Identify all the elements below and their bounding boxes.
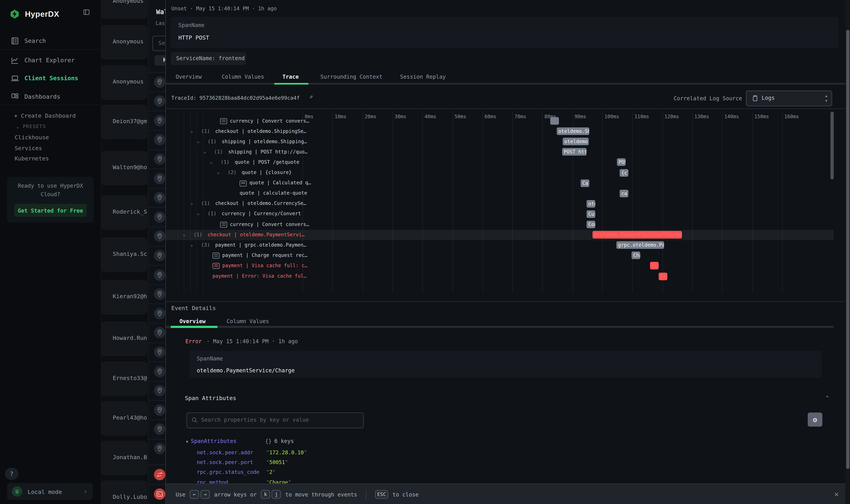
session-card[interactable]: Jonathan.B — [101, 441, 147, 475]
trace-span-bar[interactable]: oteldemo.ShippingService/GetQuote — [557, 127, 589, 135]
trace-span-bar[interactable]: oteldemo.CurrencyService/Convert — [587, 200, 595, 208]
location-pin-icon[interactable] — [154, 153, 165, 165]
session-card[interactable]: Dolly.Lubo — [101, 480, 147, 504]
tab-column-values[interactable]: Column Values — [222, 74, 264, 80]
event-details-tab-overview[interactable]: Overview — [179, 318, 205, 324]
create-dashboard-button[interactable]: + Create Dashboard — [14, 112, 76, 119]
trace-span-bar[interactable] — [550, 117, 559, 125]
trace-row[interactable]: ⌄(1)checkout | oteldemo.PaymentServi…ote… — [166, 230, 834, 240]
sidebar-item-search[interactable]: Search — [0, 33, 101, 49]
terminal-icon[interactable] — [154, 488, 165, 500]
location-pin-icon[interactable] — [154, 250, 165, 261]
location-pin-icon[interactable] — [154, 134, 165, 145]
chevron-down-icon[interactable]: ⌄ — [197, 138, 200, 144]
trace-row[interactable]: ⌄(2)quote | {closure}{closure} — [166, 167, 834, 178]
location-pin-icon[interactable] — [154, 385, 165, 396]
session-card[interactable]: Anonymous — [101, 65, 147, 100]
chevron-down-icon[interactable]: ⌄ — [217, 169, 220, 175]
tab-surrounding-context[interactable]: Surrounding Context — [320, 74, 382, 80]
location-pin-icon[interactable] — [154, 192, 165, 203]
session-card[interactable]: Anonymous — [101, 0, 147, 19]
trace-row[interactable]: payment | Visa cache full: c…Visa cache … — [166, 261, 834, 271]
location-pin-icon[interactable] — [154, 269, 165, 281]
trace-row[interactable]: payment | Charge request rec…Charge requ… — [166, 250, 834, 260]
preset-kubernetes[interactable]: Kubernetes — [15, 155, 49, 161]
location-pin-icon[interactable] — [154, 211, 165, 222]
chevron-down-icon[interactable]: ⌄ — [190, 200, 193, 205]
trace-span-bar[interactable]: oteldemo.PaymentService/Charge — [592, 231, 682, 238]
collapse-section-icon[interactable]: ⌃ — [826, 395, 829, 400]
chevron-down-icon[interactable]: ⌄ — [210, 159, 213, 164]
trace-row[interactable]: ⌄(1)checkout | oteldemo.ShippingSe…oteld… — [166, 126, 834, 137]
trace-span-bar[interactable]: Calculated quote — [581, 179, 590, 187]
location-pin-icon[interactable] — [154, 404, 165, 416]
trace-row[interactable]: ⌄(1)currency | Currency/ConvertCurrency/… — [166, 209, 834, 219]
location-pin-icon[interactable] — [154, 231, 165, 242]
trace-span-bar[interactable]: {closure} — [620, 169, 628, 177]
trace-row[interactable]: ⌄(1)shipping | oteldemo.Shipping…oteldem… — [166, 137, 834, 147]
trace-row[interactable]: quote | calculate-quotecalculate-quote — [166, 188, 834, 198]
attribute-value[interactable]: "50051" — [266, 459, 288, 465]
log-source-select[interactable]: Logs ▲▼ — [746, 91, 832, 106]
attribute-key[interactable]: net.sock.peer.port — [197, 459, 253, 465]
trace-span-bar[interactable]: grpc.oteldemo.PaymentService/Charge — [616, 241, 664, 249]
trace-row[interactable]: payment | Error: Visa cache ful…Error: V… — [166, 271, 834, 281]
get-started-button[interactable]: Get Started for Free — [14, 204, 87, 217]
session-card[interactable]: Deion37@gm — [101, 105, 147, 139]
session-card[interactable]: Walton9@ho — [101, 151, 147, 185]
session-card[interactable]: Anonymous — [101, 25, 147, 60]
swap-arrows-icon[interactable] — [154, 469, 165, 480]
location-pin-icon[interactable] — [154, 76, 165, 88]
trace-row[interactable]: currency | Convert convers…Convert conve… — [166, 219, 834, 230]
trace-span-bar[interactable]: Currency/Convert — [587, 210, 595, 218]
trace-span-bar[interactable]: oteldemo.ShippingService/GetQuote — [563, 138, 589, 145]
location-pin-icon[interactable] — [154, 366, 165, 377]
tab-overview[interactable]: Overview — [176, 74, 202, 80]
location-pin-icon[interactable] — [154, 346, 165, 358]
close-icon[interactable]: ✕ — [834, 490, 838, 498]
trace-row[interactable]: quote | Calculated q…Calculated quote — [166, 178, 834, 188]
location-pin-icon[interactable] — [154, 443, 165, 454]
trace-span-bar[interactable]: Error: Visa cache — [659, 272, 667, 280]
session-card[interactable]: Kieran92@h — [101, 280, 147, 314]
attributes-root-key[interactable]: SpanAttributes — [191, 438, 236, 444]
settings-button[interactable]: ⚙ — [808, 413, 822, 427]
session-card[interactable]: Roderick_S — [101, 195, 147, 230]
tab-session-replay[interactable]: Session Replay — [400, 74, 446, 80]
help-button[interactable]: ? — [5, 468, 18, 480]
sidebar-item-client-sessions[interactable]: Client Sessions — [0, 70, 101, 86]
attribute-value[interactable]: "172.28.0.10" — [266, 449, 307, 455]
presets-group[interactable]: ⌄PRESETS — [16, 124, 46, 129]
trace-span-bar[interactable]: calculate-quote — [620, 190, 628, 197]
session-card[interactable]: Ernesto33@ — [101, 361, 147, 396]
chevron-down-icon[interactable]: ⌄ — [183, 231, 186, 237]
chevron-down-icon[interactable]: ⌄ — [190, 241, 193, 247]
highlighted-toggle-button[interactable]: H — [155, 55, 166, 66]
chevron-down-icon[interactable]: ⌄ — [203, 148, 206, 154]
tree-expand-icon[interactable]: ▼ — [186, 440, 188, 444]
preset-clickhouse[interactable]: Clickhouse — [15, 134, 49, 140]
location-pin-icon[interactable] — [154, 95, 165, 107]
location-pin-icon[interactable] — [154, 308, 165, 319]
trace-row[interactable]: currency | Convert convers… — [166, 116, 834, 126]
preset-services[interactable]: Services — [15, 145, 42, 151]
session-card[interactable]: Shaniya.Sc — [101, 237, 147, 272]
trace-row[interactable]: ⌄(3)payment | grpc.oteldemo.Paymen…grpc.… — [166, 240, 834, 250]
session-search-input[interactable]: Sea — [152, 36, 166, 51]
location-pin-icon[interactable] — [154, 115, 165, 126]
attribute-key[interactable]: net.sock.peer.addr — [197, 449, 253, 455]
trace-span-bar[interactable]: Convert conversion — [587, 221, 595, 228]
location-pin-icon[interactable] — [154, 173, 165, 184]
trace-span-bar[interactable]: POST http://quote:8090 — [562, 148, 586, 156]
trace-span-bar[interactable]: POST /getquote — [617, 159, 626, 166]
attribute-key[interactable]: rpc.grpc.status_code — [197, 469, 259, 475]
sidebar-item-chart-explorer[interactable]: Chart Explorer — [0, 52, 101, 68]
collapse-sidebar-icon[interactable] — [83, 9, 90, 16]
session-card[interactable]: Howard.Run — [101, 321, 147, 356]
event-details-tab-column-values[interactable]: Column Values — [227, 318, 269, 324]
tab-trace[interactable]: Trace — [282, 74, 299, 80]
edit-icon[interactable]: ✎ — [310, 94, 313, 100]
sidebar-item-dashboards[interactable]: Dashboards ⌄ — [0, 88, 101, 105]
service-name-chip[interactable]: ServiceName: frontend — [171, 52, 246, 65]
session-card[interactable]: Pearl43@ho — [101, 401, 147, 436]
